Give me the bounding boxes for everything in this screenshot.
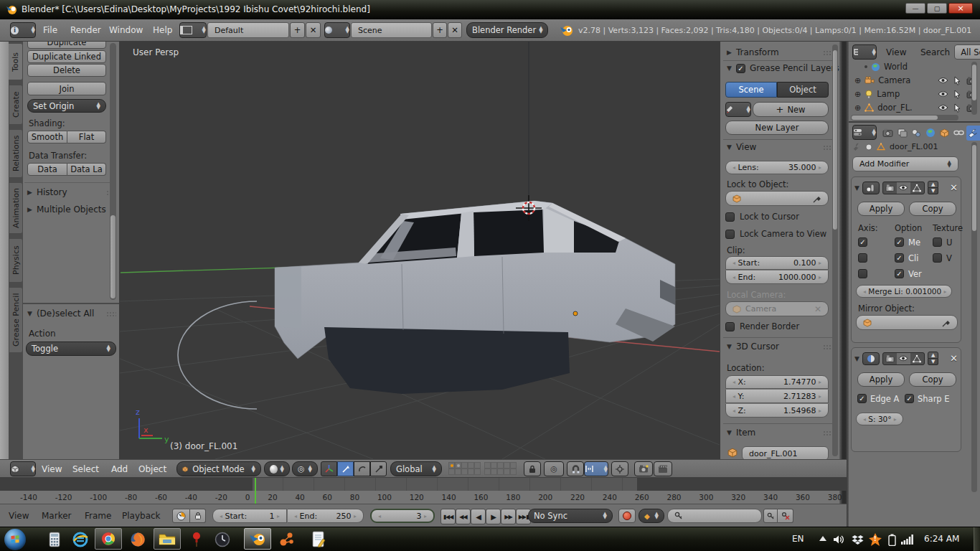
- editmode-toggle-icon[interactable]: [910, 182, 924, 194]
- layers-widget[interactable]: [448, 462, 517, 475]
- screen-layout-field[interactable]: Default: [207, 22, 289, 38]
- tl-menu-view[interactable]: View: [9, 511, 29, 521]
- outliner-menu-view[interactable]: View: [886, 47, 906, 57]
- set-origin-dropdown[interactable]: Set Origin▲▼: [27, 99, 106, 113]
- auto-keyframe-button[interactable]: [618, 509, 636, 523]
- scene-field[interactable]: Scene: [351, 22, 432, 38]
- lock-camera-row[interactable]: Lock Camera to View: [725, 229, 826, 239]
- lock-to-cursor-row[interactable]: Lock to Cursor: [725, 212, 799, 222]
- tray-clock[interactable]: 6:24 AM: [924, 534, 959, 544]
- frame-end-field[interactable]: ◂ End:250 ▸: [288, 509, 364, 523]
- taskbar-pin-icon[interactable]: [187, 529, 207, 550]
- region-divider[interactable]: [849, 121, 980, 123]
- tab-constraints-icon[interactable]: [953, 126, 966, 140]
- move-down-icon[interactable]: ▼: [928, 188, 938, 194]
- render-engine-dropdown[interactable]: Blender Render▲▼: [466, 22, 548, 38]
- add-modifier-dropdown[interactable]: Add Modifier▲▼: [852, 156, 958, 171]
- axis-z-checkbox[interactable]: [858, 269, 867, 278]
- tab-world-icon[interactable]: [924, 126, 937, 140]
- tray-volume-icon[interactable]: [831, 532, 847, 547]
- gp-source-scene-tab[interactable]: Scene: [725, 82, 777, 98]
- redo-panel-header[interactable]: ▼(De)select All: [27, 309, 116, 319]
- taskbar-notepad-icon[interactable]: [308, 529, 329, 550]
- play-button[interactable]: ▶: [486, 509, 501, 524]
- transform-panel-header[interactable]: ▶Transform: [727, 47, 833, 57]
- multiple-objects-panel-header[interactable]: ▶Multiple Objects: [27, 204, 116, 215]
- local-camera-field[interactable]: Camera ✕: [725, 301, 829, 316]
- taskbar-explorer-icon[interactable]: [154, 528, 181, 550]
- action-dropdown[interactable]: Toggle▲▼: [26, 342, 116, 356]
- taskbar-ie-icon[interactable]: [70, 529, 90, 550]
- shading-dropdown[interactable]: ▲▼: [264, 461, 290, 476]
- tl-menu-playback[interactable]: Playback: [122, 511, 161, 521]
- mode-dropdown[interactable]: Object Mode▲▼: [176, 461, 261, 476]
- close-button[interactable]: ×: [948, 3, 973, 14]
- outliner-hscrollbar[interactable]: [851, 115, 958, 121]
- outliner-scope-dropdown[interactable]: All Sc: [954, 44, 980, 60]
- texture-u-checkbox[interactable]: [933, 237, 942, 247]
- delete-modifier-icon[interactable]: ✕: [950, 182, 958, 193]
- outliner-row-lamp[interactable]: ⊕ Lamp: [854, 89, 976, 99]
- expand-icon[interactable]: ⊕: [854, 103, 861, 113]
- gp-new-layer-button[interactable]: New Layer: [725, 121, 829, 135]
- lock-range-button[interactable]: [190, 509, 206, 523]
- tab-scene-icon[interactable]: [910, 126, 923, 140]
- taskbar-firefox-icon[interactable]: [128, 529, 148, 550]
- npanel-scrollbar[interactable]: [832, 44, 838, 456]
- move-up-icon[interactable]: ▲: [928, 181, 938, 188]
- tab-physics[interactable]: Physics: [9, 238, 23, 283]
- taskbar-molecule-icon[interactable]: [277, 529, 297, 550]
- visibility-eye-icon[interactable]: [938, 77, 948, 84]
- gp-draw-mode-dropdown[interactable]: ▲▼: [725, 102, 751, 117]
- snap-peel-button[interactable]: [611, 461, 628, 476]
- layout-add-button[interactable]: +: [290, 22, 305, 38]
- tab-render-icon[interactable]: [882, 126, 895, 140]
- titlebar[interactable]: Blender* [C:\Users\Edina\Desktop\MyProje…: [0, 0, 980, 19]
- item-name-field[interactable]: door_FL.001: [742, 446, 829, 459]
- duplicate-linked-button[interactable]: Duplicate Linked: [27, 50, 106, 63]
- texture-v-checkbox[interactable]: [933, 253, 942, 263]
- start-button[interactable]: [4, 529, 26, 550]
- taskbar-clock-app-icon[interactable]: [212, 529, 232, 550]
- scale-manip-button[interactable]: [370, 461, 387, 476]
- gp-new-button[interactable]: +New: [753, 102, 829, 117]
- delete-button[interactable]: Delete: [27, 64, 106, 77]
- join-button[interactable]: Join: [27, 82, 106, 95]
- properties-editor-button[interactable]: ▲▼: [852, 125, 877, 140]
- visibility-eye-icon[interactable]: [938, 90, 948, 98]
- split-angle-field[interactable]: ◂ S: 30° ▸: [856, 413, 903, 425]
- view-panel-header[interactable]: ▼View: [727, 142, 833, 152]
- timeline-track[interactable]: [0, 478, 847, 491]
- render-toggle-icon[interactable]: [883, 182, 897, 194]
- eyedropper-icon[interactable]: [942, 319, 951, 327]
- active-keying-set-field[interactable]: [667, 509, 762, 523]
- preview-range-button[interactable]: [172, 509, 190, 523]
- prev-keyframe-button[interactable]: ◀◀: [456, 509, 471, 524]
- viewport-toggle-icon[interactable]: [897, 182, 910, 194]
- jump-to-start-button[interactable]: ▮◀◀: [440, 509, 456, 524]
- vertex-groups-checkbox[interactable]: ✓: [895, 269, 904, 278]
- tab-render-layers-icon[interactable]: [896, 126, 909, 140]
- merge-checkbox[interactable]: ✓: [895, 237, 904, 247]
- menu-help[interactable]: Help: [153, 25, 172, 35]
- lens-field[interactable]: ◂ Lens:35.000 ▸: [725, 161, 829, 174]
- tab-tools[interactable]: Tools: [9, 43, 23, 80]
- pivot-dropdown[interactable]: ◎▲▼: [292, 461, 318, 476]
- rotate-manip-button[interactable]: [354, 461, 370, 476]
- timeline-ruler[interactable]: -140-120-100-80-60-40-200204060801001201…: [20, 491, 842, 504]
- tray-battery-icon[interactable]: [885, 532, 898, 547]
- move-down-icon[interactable]: ▼: [928, 359, 938, 365]
- lock-object-field[interactable]: [725, 191, 829, 206]
- selectable-cursor-icon[interactable]: [953, 103, 961, 113]
- keying-set-dropdown[interactable]: ◆▲▼: [639, 509, 664, 523]
- data-layout-button[interactable]: Data La: [67, 163, 106, 176]
- cursor-panel-header[interactable]: ▼3D Cursor: [727, 342, 833, 352]
- outliner-editor-button[interactable]: ▲▼: [852, 44, 877, 60]
- delete-modifier-icon[interactable]: ✕: [950, 353, 958, 364]
- axis-y-checkbox[interactable]: [858, 253, 867, 263]
- tray-network-icon[interactable]: [900, 532, 915, 547]
- delete-keyframe-button[interactable]: [778, 509, 793, 523]
- vp-menu-select[interactable]: Select: [72, 464, 99, 474]
- sharp-edges-checkbox[interactable]: ✓: [905, 394, 914, 403]
- tl-menu-marker[interactable]: Marker: [42, 511, 71, 521]
